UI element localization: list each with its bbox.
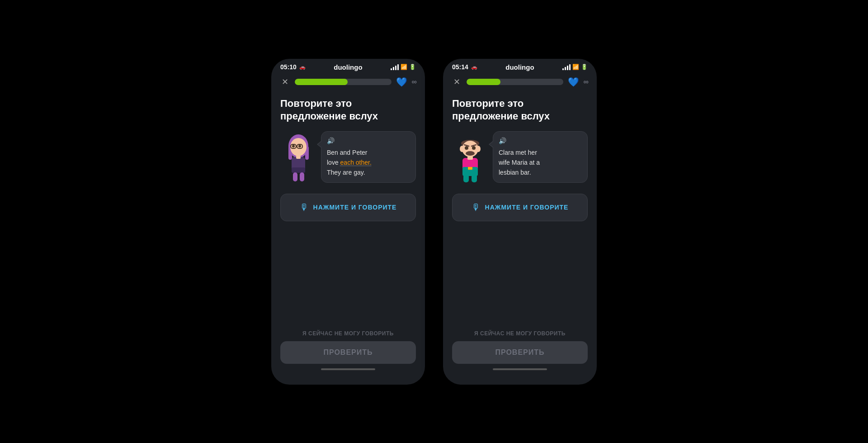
- cant-speak-1[interactable]: Я СЕЙЧАС НЕ МОГУ ГОВОРИТЬ: [302, 330, 394, 337]
- mic-button-1[interactable]: 🎙 НАЖМИТЕ И ГОВОРИТЕ: [280, 194, 416, 221]
- svg-point-20: [472, 146, 476, 150]
- signal-icon-2: [562, 64, 571, 70]
- car-icon-1: 🚗: [299, 64, 306, 70]
- cant-speak-2[interactable]: Я СЕЙЧАС НЕ МОГУ ГОВОРИТЬ: [474, 330, 566, 337]
- svg-rect-11: [293, 172, 297, 181]
- character-2: [452, 131, 488, 186]
- highlight-each-other: each other.: [340, 159, 372, 166]
- wifi-icon-1: 📶: [401, 64, 407, 70]
- home-indicator-1: [321, 368, 375, 370]
- svg-point-17: [476, 146, 481, 152]
- status-left-1: 05:10 🚗: [280, 63, 306, 71]
- svg-point-16: [460, 146, 464, 152]
- close-button-1[interactable]: ✕: [279, 76, 290, 87]
- wifi-icon-2: 📶: [572, 64, 579, 70]
- car-icon-2: 🚗: [471, 64, 477, 70]
- speech-area-1: 🔊 Ben and Peter love each other. They ar…: [280, 131, 416, 186]
- bubble-text-1: Ben and Peter love each other. They are …: [327, 148, 410, 178]
- sound-icon-2[interactable]: 🔊: [499, 136, 506, 146]
- svg-rect-26: [467, 156, 473, 160]
- infinity-icon-1: ∞: [412, 78, 417, 86]
- infinity-icon-2: ∞: [584, 78, 589, 86]
- mic-label-1: НАЖМИТЕ И ГОВОРИТЕ: [313, 204, 397, 211]
- signal-icon-1: [391, 64, 399, 70]
- status-left-2: 05:14 🚗: [452, 63, 477, 71]
- speech-bubble-1: 🔊 Ben and Peter love each other. They ar…: [321, 131, 416, 183]
- status-time-2: 05:14: [452, 63, 468, 71]
- speech-bubble-2: 🔊 Clara met her wife Maria at a lesbian …: [493, 131, 588, 183]
- close-button-2[interactable]: ✕: [451, 76, 462, 87]
- sound-icon-1[interactable]: 🔊: [327, 136, 335, 146]
- progress-bar-2: [467, 79, 563, 85]
- app-name-1: duolingo: [334, 63, 362, 71]
- svg-point-7: [292, 145, 295, 148]
- mic-label-2: НАЖМИТЕ И ГОВОРИТЕ: [485, 204, 569, 211]
- character-svg-1: [282, 133, 316, 183]
- svg-rect-10: [292, 167, 305, 173]
- check-button-2[interactable]: ПРОВЕРИТЬ: [452, 341, 588, 364]
- speech-area-2: 🔊 Clara met her wife Maria at a lesbian …: [452, 131, 588, 186]
- svg-rect-13: [296, 155, 301, 159]
- check-button-1[interactable]: ПРОВЕРИТЬ: [280, 341, 416, 364]
- character-1: [280, 131, 316, 186]
- character-svg-2: [453, 133, 487, 183]
- status-right-2: 📶 🔋: [562, 64, 588, 70]
- home-indicator-2: [493, 368, 547, 370]
- content-1: Повторите это предложение вслух: [271, 92, 425, 385]
- heart-icon-2: 💙: [568, 76, 579, 87]
- battery-icon-2: 🔋: [581, 64, 588, 70]
- status-bar-1: 05:10 🚗 duolingo 📶 🔋: [271, 59, 425, 74]
- status-right-1: 📶 🔋: [391, 64, 416, 70]
- bubble-header-2: 🔊: [499, 136, 582, 146]
- bottom-area-2: Я СЕЙЧАС НЕ МОГУ ГОВОРИТЬ ПРОВЕРИТЬ: [452, 330, 588, 379]
- content-2: Повторите это предложение вслух: [443, 92, 597, 385]
- progress-fill-1: [295, 79, 348, 85]
- app-name-2: duolingo: [505, 63, 534, 71]
- page-title-1: Повторите это предложение вслух: [280, 97, 416, 123]
- progress-fill-2: [467, 79, 500, 85]
- status-bar-2: 05:14 🚗 duolingo 📶 🔋: [443, 59, 597, 74]
- svg-rect-28: [472, 174, 477, 182]
- mic-icon-1: 🎙: [300, 202, 309, 213]
- top-bar-1: ✕ 💙 ∞: [271, 74, 425, 92]
- phone-2: 05:14 🚗 duolingo 📶 🔋 ✕ 💙 ∞ Повторите это…: [443, 59, 597, 385]
- svg-rect-27: [463, 174, 469, 182]
- mic-icon-2: 🎙: [472, 202, 481, 213]
- bottom-area-1: Я СЕЙЧАС НЕ МОГУ ГОВОРИТЬ ПРОВЕРИТЬ: [280, 330, 416, 379]
- progress-bar-1: [295, 79, 392, 85]
- bubble-text-2: Clara met her wife Maria at a lesbian ba…: [499, 148, 582, 178]
- mic-button-2[interactable]: 🎙 НАЖМИТЕ И ГОВОРИТЕ: [452, 194, 588, 221]
- svg-point-18: [466, 151, 475, 156]
- page-title-2: Повторите это предложение вслух: [452, 97, 588, 123]
- heart-icon-1: 💙: [396, 76, 407, 87]
- svg-rect-12: [300, 172, 304, 181]
- svg-point-8: [298, 145, 301, 148]
- battery-icon-1: 🔋: [409, 64, 416, 70]
- svg-point-19: [465, 146, 468, 150]
- svg-rect-25: [468, 167, 472, 170]
- status-time-1: 05:10: [280, 63, 297, 71]
- bubble-header-1: 🔊: [327, 136, 410, 146]
- phone-1: 05:10 🚗 duolingo 📶 🔋 ✕ 💙 ∞ Повторите это…: [271, 59, 425, 385]
- top-bar-2: ✕ 💙 ∞: [443, 74, 597, 92]
